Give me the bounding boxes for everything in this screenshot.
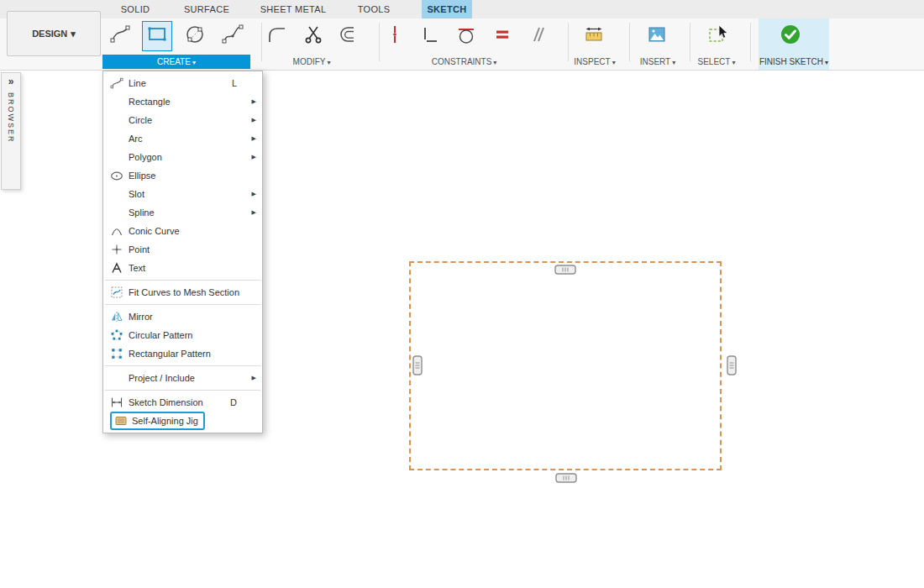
jig-handle-right[interactable] — [727, 355, 737, 375]
menu-item-rectangle[interactable]: Rectangle ▶ — [103, 92, 262, 111]
menu-item-circle[interactable]: Circle ▶ — [103, 111, 262, 129]
menu-item-fit-curves-to-mesh-section[interactable]: Fit Curves to Mesh Section — [103, 283, 262, 302]
caret-down-icon: ▾ — [71, 29, 76, 39]
measure-icon — [583, 24, 605, 49]
line-tool-icon — [109, 24, 131, 49]
select-tool-button[interactable] — [703, 21, 733, 51]
tab-sheet-metal[interactable]: SHEET METAL — [249, 0, 338, 18]
menu-item-line[interactable]: Line L — [103, 74, 262, 92]
insert-dropdown[interactable]: INSERT▾ — [628, 55, 687, 69]
menu-item-circular-pattern[interactable]: Circular Pattern — [103, 326, 262, 344]
text-icon — [109, 261, 124, 275]
empty-icon-space — [109, 150, 124, 164]
menu-item-label: Arc — [129, 134, 143, 144]
jig-handle-bottom[interactable] — [555, 473, 577, 483]
empty-icon-space — [109, 132, 124, 145]
jig-handle-left[interactable] — [412, 355, 423, 375]
tab-tools[interactable]: TOOLS — [346, 0, 402, 18]
tangent-constraint-button[interactable] — [451, 21, 481, 51]
finish-sketch-button[interactable] — [775, 21, 806, 51]
tab-surface[interactable]: SURFACE — [175, 0, 239, 18]
create-dropdown[interactable]: CREATE▾ — [102, 55, 250, 69]
menu-item-conic-curve[interactable]: Conic Curve — [103, 222, 262, 240]
finish-sketch-dropdown[interactable]: FINISH SKETCH▾ — [755, 55, 832, 69]
tab-sketch[interactable]: SKETCH — [422, 0, 472, 18]
shortcut-label: D — [230, 397, 237, 407]
empty-icon-space — [109, 371, 124, 385]
menu-item-spline[interactable]: Spline ▶ — [103, 203, 262, 222]
menu-item-text[interactable]: Text — [103, 259, 262, 277]
menu-item-polygon[interactable]: Polygon ▶ — [103, 148, 262, 166]
rectangle-tool-button[interactable] — [142, 21, 172, 51]
caret-down-icon: ▾ — [493, 59, 496, 66]
inspect-dropdown[interactable]: INSPECT▾ — [564, 55, 625, 69]
trim-tool-button[interactable] — [299, 21, 329, 51]
menu-item-label: Point — [129, 244, 150, 255]
image-icon — [646, 24, 668, 49]
offset-tool-button[interactable] — [334, 21, 365, 51]
menu-item-sketch-dimension[interactable]: Sketch Dimension D — [103, 393, 262, 412]
menu-item-rectangular-pattern[interactable]: Rectangular Pattern — [103, 344, 262, 363]
menu-item-self-aligning-jig[interactable]: Self-Aligning Jig — [103, 412, 262, 430]
spline-tool-icon — [222, 24, 244, 49]
menu-item-label: Text — [129, 263, 145, 273]
menu-item-project-include[interactable]: Project / Include ▶ — [103, 369, 262, 387]
menu-item-label: Conic Curve — [129, 226, 180, 236]
caret-down-icon: ▾ — [825, 59, 828, 66]
modify-dropdown[interactable]: MODIFY▾ — [265, 55, 358, 69]
menu-item-mirror[interactable]: Mirror — [103, 307, 262, 326]
menu-item-label: Circular Pattern — [129, 330, 192, 340]
menu-item-label: Polygon — [129, 152, 162, 162]
parallel-constraint-button[interactable] — [522, 21, 553, 51]
submenu-arrow-icon: ▶ — [252, 98, 256, 105]
menu-item-label: Slot — [129, 189, 144, 199]
constraints-dropdown[interactable]: CONSTRAINTS▾ — [395, 55, 533, 69]
measure-tool-button[interactable] — [579, 21, 609, 51]
empty-icon-space — [109, 187, 124, 201]
caret-down-icon: ▾ — [672, 59, 675, 66]
menu-item-ellipse[interactable]: Ellipse — [103, 166, 262, 185]
scissors-icon — [303, 24, 325, 49]
horizontal-vertical-constraint-button[interactable] — [415, 21, 445, 51]
equal-constraint-button[interactable] — [487, 21, 517, 51]
spline-tool-button[interactable] — [218, 21, 248, 51]
circular-pattern-icon — [109, 328, 124, 342]
jig-handle-top[interactable] — [554, 265, 576, 275]
conic-curve-icon — [109, 224, 124, 238]
ellipse-icon — [109, 169, 124, 182]
circle-tool-button[interactable] — [180, 21, 210, 51]
finish-sketch-label: FINISH SKETCH — [759, 57, 823, 66]
design-workspace-button[interactable]: DESIGN ▾ — [7, 11, 101, 56]
design-label: DESIGN — [32, 29, 67, 39]
sketch-selection-rectangle[interactable] — [409, 261, 722, 470]
fillet-icon — [266, 24, 288, 49]
green-check-icon — [780, 24, 801, 49]
mirror-icon — [109, 310, 124, 323]
menu-item-label: Ellipse — [129, 171, 155, 181]
offset-icon — [339, 24, 360, 49]
equal-icon — [491, 24, 513, 49]
constraints-label: CONSTRAINTS — [432, 57, 492, 66]
submenu-arrow-icon: ▶ — [252, 209, 256, 216]
caret-down-icon: ▾ — [732, 59, 735, 66]
line-tool-button[interactable] — [105, 21, 135, 51]
tab-solid[interactable]: SOLID — [109, 0, 161, 18]
inspect-label: INSPECT — [574, 57, 610, 66]
browser-panel-collapsed[interactable]: » BROWSER — [1, 72, 21, 190]
submenu-arrow-icon: ▶ — [252, 135, 256, 142]
submenu-arrow-icon: ▶ — [252, 375, 256, 381]
empty-icon-space — [109, 206, 124, 219]
menu-item-label: Mirror — [129, 312, 153, 322]
menu-item-slot[interactable]: Slot ▶ — [103, 185, 262, 203]
select-dropdown[interactable]: SELECT▾ — [687, 55, 746, 69]
coincident-constraint-button[interactable] — [380, 21, 410, 51]
menu-separator — [105, 365, 260, 366]
point-icon — [109, 243, 124, 256]
fillet-tool-button[interactable] — [262, 21, 292, 51]
menu-item-arc[interactable]: Arc ▶ — [103, 129, 262, 148]
rectangle-tool-icon — [146, 24, 168, 49]
insert-canvas-button[interactable] — [642, 21, 672, 51]
expand-panel-icon[interactable]: » — [8, 76, 14, 87]
menu-item-label: Rectangle — [129, 97, 171, 107]
menu-item-point[interactable]: Point — [103, 240, 262, 259]
